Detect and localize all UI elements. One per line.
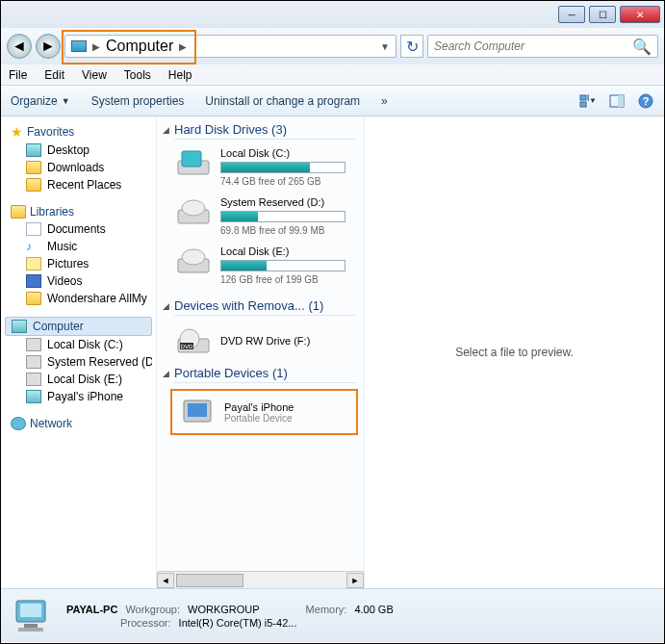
sidebar-item-local-c[interactable]: Local Disk (C:)	[5, 336, 152, 353]
horizontal-scrollbar[interactable]: ◄ ►	[157, 571, 364, 588]
sidebar-item-local-e[interactable]: Local Disk (E:)	[5, 371, 152, 388]
desktop-icon	[26, 143, 41, 157]
sidebar-network[interactable]: Network	[5, 415, 152, 432]
sidebar-item-label: Recent Places	[47, 178, 121, 192]
details-pane: PAYAL-PC Workgroup: WORKGROUP Memory: 4.…	[1, 588, 664, 642]
search-input[interactable]	[434, 39, 632, 53]
system-properties-button[interactable]: System properties	[91, 94, 185, 108]
sidebar-item-recent[interactable]: Recent Places	[5, 176, 152, 193]
organize-button[interactable]: Organize ▼	[11, 94, 70, 108]
sidebar-libraries[interactable]: Libraries	[5, 203, 152, 220]
chevron-right-icon: ▶	[92, 41, 100, 52]
uninstall-program-button[interactable]: Uninstall or change a program	[205, 94, 360, 108]
device-iphone[interactable]: Payal's iPhone Portable Device	[170, 389, 358, 435]
section-removable-devices[interactable]: ◢ Devices with Remova... (1)	[157, 293, 364, 315]
sidebar-item-desktop[interactable]: Desktop	[5, 142, 152, 159]
maximize-button[interactable]: ☐	[589, 6, 616, 23]
svg-rect-4	[618, 95, 624, 107]
processor-value: Intel(R) Core(TM) i5-42...	[179, 617, 297, 629]
drive-icon	[26, 373, 41, 386]
sidebar-item-videos[interactable]: Videos	[5, 272, 152, 290]
menu-edit[interactable]: Edit	[44, 68, 64, 82]
menu-help[interactable]: Help	[168, 68, 192, 82]
sidebar-item-label: System Reserved (D:	[47, 355, 152, 369]
memory-label: Memory:	[306, 604, 347, 615]
menu-file[interactable]: File	[9, 68, 27, 82]
drive-icon	[174, 147, 213, 178]
svg-rect-0	[580, 95, 586, 100]
menu-view[interactable]: View	[82, 68, 107, 82]
device-dvd-drive[interactable]: DVD DVD RW Drive (F:)	[157, 322, 364, 360]
toolbar: Organize ▼ System properties Uninstall o…	[1, 86, 664, 116]
minimize-button[interactable]: ─	[558, 6, 585, 23]
workgroup-label: Workgroup:	[125, 604, 180, 615]
collapse-icon: ◢	[163, 125, 169, 135]
pc-name: PAYAL-PC	[66, 604, 117, 615]
drive-local-c[interactable]: Local Disk (C:) 74.4 GB free of 265 GB	[157, 145, 364, 194]
sidebar-item-pictures[interactable]: Pictures	[5, 255, 152, 272]
menu-tools[interactable]: Tools	[124, 68, 151, 82]
processor-label: Processor:	[120, 617, 171, 629]
forward-button[interactable]: ►	[36, 34, 61, 59]
scroll-right-button[interactable]: ►	[346, 573, 364, 588]
preview-hint: Select a file to preview.	[455, 346, 574, 359]
sidebar-item-label: Local Disk (E:)	[47, 373, 122, 386]
back-button[interactable]: ◄	[7, 34, 32, 59]
collapse-icon: ◢	[163, 301, 169, 311]
content-pane: ◢ Hard Disk Drives (3) Local Disk (C:) 7…	[157, 116, 364, 588]
sidebar-item-downloads[interactable]: Downloads	[5, 159, 152, 176]
scroll-thumb[interactable]	[176, 574, 243, 587]
svg-rect-8	[182, 151, 201, 167]
search-box[interactable]: 🔍	[427, 35, 658, 58]
close-button[interactable]: ✕	[620, 6, 660, 23]
toolbar-more-button[interactable]: »	[381, 94, 388, 108]
svg-point-10	[182, 200, 205, 216]
view-options-button[interactable]: ▼	[579, 93, 597, 109]
drive-icon	[26, 338, 41, 351]
chevron-down-icon[interactable]: ▼	[380, 41, 390, 52]
collapse-icon: ◢	[163, 369, 169, 378]
sidebar-item-system-reserved[interactable]: System Reserved (D:	[5, 353, 152, 371]
sidebar-item-documents[interactable]: Documents	[5, 220, 152, 238]
sidebar-computer[interactable]: Computer	[5, 317, 152, 336]
sidebar-item-label: Videos	[47, 274, 82, 288]
section-portable-devices[interactable]: ◢ Portable Devices (1)	[157, 360, 364, 382]
window-titlebar: ─ ☐ ✕	[1, 1, 664, 28]
chevron-down-icon: ▼	[62, 96, 70, 106]
section-title: Hard Disk Drives (3)	[174, 122, 287, 137]
help-button[interactable]: ?	[637, 93, 654, 109]
menu-bar: File Edit View Tools Help	[1, 64, 664, 86]
sidebar-favorites-label: Favorites	[27, 125, 74, 139]
svg-text:?: ?	[643, 95, 650, 107]
sidebar-item-iphone[interactable]: Payal's iPhone	[5, 388, 152, 405]
sidebar-favorites[interactable]: ★ Favorites	[5, 122, 152, 142]
drive-system-reserved[interactable]: System Reserved (D:) 69.8 MB free of 99.…	[157, 194, 364, 244]
computer-icon	[12, 320, 27, 333]
drive-icon	[174, 196, 213, 227]
computer-icon	[71, 40, 87, 52]
divider	[174, 139, 356, 140]
sidebar-item-music[interactable]: ♪Music	[5, 238, 152, 255]
preview-pane-button[interactable]	[608, 93, 626, 109]
breadcrumb-location[interactable]: Computer	[106, 38, 173, 55]
drive-icon	[26, 355, 41, 369]
refresh-icon: ↻	[406, 38, 419, 56]
section-hard-disk-drives[interactable]: ◢ Hard Disk Drives (3)	[157, 116, 364, 139]
refresh-button[interactable]: ↻	[400, 35, 423, 58]
svg-point-12	[182, 249, 205, 265]
breadcrumb[interactable]: ▶ Computer ▶ ▼	[64, 35, 396, 58]
chevron-right-icon: ▶	[179, 41, 187, 52]
navigation-pane: ★ Favorites Desktop Downloads Recent Pla…	[1, 116, 157, 588]
scroll-left-button[interactable]: ◄	[157, 573, 174, 588]
device-icon	[26, 390, 41, 403]
more-label: »	[381, 94, 388, 108]
drive-local-e[interactable]: Local Disk (E:) 126 GB free of 199 GB	[157, 244, 364, 293]
sidebar-network-label: Network	[30, 417, 72, 430]
search-icon: 🔍	[632, 38, 652, 56]
sidebar-item-wondershare[interactable]: Wondershare AllMy	[5, 290, 152, 307]
sidebar-item-label: Music	[47, 240, 77, 253]
sidebar-item-label: Downloads	[47, 161, 104, 174]
sidebar-item-label: Local Disk (C:)	[47, 338, 123, 351]
sidebar-computer-label: Computer	[33, 320, 84, 333]
organize-label: Organize	[11, 94, 58, 108]
